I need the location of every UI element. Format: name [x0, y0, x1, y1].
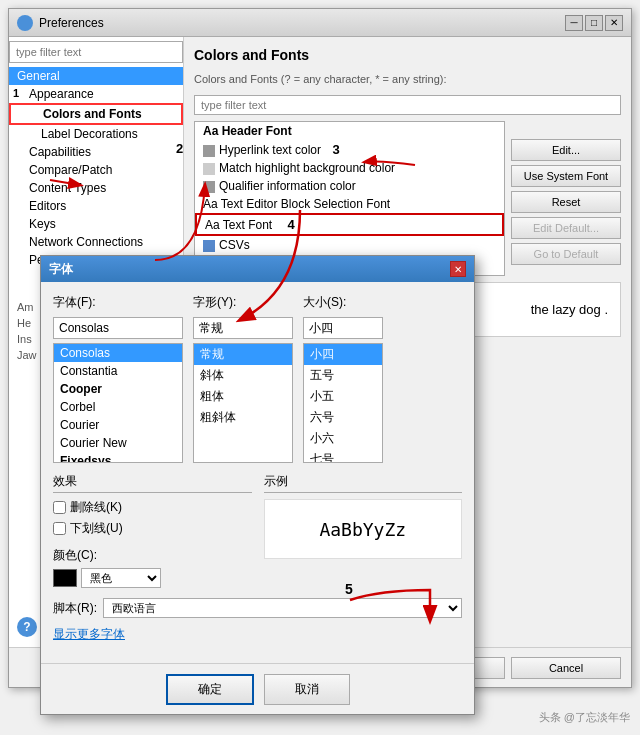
script-select[interactable]: 西欧语言	[103, 598, 462, 618]
sidebar-filter-input[interactable]	[9, 41, 183, 63]
font-name-list[interactable]: Consolas Constantia Cooper Corbel Courie…	[53, 343, 183, 463]
font-list[interactable]: Aa Header Font Hyperlink text color 3 Ma…	[194, 121, 505, 276]
watermark-text: 头条	[539, 711, 561, 723]
maximize-button[interactable]: □	[585, 15, 603, 31]
edit-button[interactable]: Edit...	[511, 139, 621, 161]
size-col-label: 大小(S):	[303, 294, 383, 311]
sidebar-item-compare-patch[interactable]: Compare/Patch	[9, 161, 183, 179]
font-item-qualifier[interactable]: Qualifier information color	[195, 177, 504, 195]
title-bar-left: Preferences	[17, 15, 104, 31]
font-name-item-constantia[interactable]: Constantia	[54, 362, 182, 380]
strikethrough-checkbox[interactable]	[53, 501, 66, 514]
dialog-cancel-button[interactable]: 取消	[264, 674, 350, 705]
font-item-match[interactable]: Match highlight background color	[195, 159, 504, 177]
script-row: 脚本(R): 西欧语言	[53, 598, 462, 618]
style-col-label: 字形(Y):	[193, 294, 293, 311]
badge-5: 5	[345, 581, 353, 597]
font-size-list[interactable]: 小四 五号 小五 六号 小六 七号 八号	[303, 343, 383, 463]
dialog-ok-button[interactable]: 确定	[166, 674, 254, 705]
color-dropdown[interactable]: 黑色	[81, 568, 161, 588]
dialog-bottom-buttons: 确定 取消	[41, 663, 474, 715]
font-item-header[interactable]: Aa Header Font	[195, 122, 504, 140]
badge-2: 2	[176, 141, 183, 156]
reset-button[interactable]: Reset	[511, 191, 621, 213]
size-item-6[interactable]: 六号	[304, 407, 382, 428]
font-name-item-courier-new[interactable]: Courier New	[54, 434, 182, 452]
font-item-csv[interactable]: CSVs	[195, 236, 504, 254]
icon-csv	[203, 240, 215, 252]
dialog-body: 字体(F): Consolas Constantia Cooper Corbel…	[41, 282, 474, 655]
sidebar-item-editors-label: Editors	[29, 199, 66, 213]
font-dialog: 字体 ✕ 字体(F): Consolas Constantia Cooper C…	[40, 255, 475, 715]
style-item-bold-italic[interactable]: 粗斜体	[194, 407, 292, 428]
underline-checkbox[interactable]	[53, 522, 66, 535]
effects-section: 效果 删除线(K) 下划线(U) 颜色(C): 黑色	[53, 473, 252, 588]
eclipse-icon	[17, 15, 33, 31]
close-button[interactable]: ✕	[605, 15, 623, 31]
help-icon[interactable]: ?	[17, 617, 37, 637]
sample-text-display: AaBbYyZz	[264, 499, 463, 559]
font-name-item-courier[interactable]: Courier	[54, 416, 182, 434]
sidebar-item-colors-fonts[interactable]: Colors and Fonts	[9, 103, 183, 125]
font-area: 2 Aa Header Font Hyperlink text color 3 …	[194, 121, 621, 276]
use-system-font-button[interactable]: Use System Font	[511, 165, 621, 187]
cancel-button[interactable]: Cancel	[511, 657, 621, 679]
script-label: 脚本(R):	[53, 600, 97, 617]
size-item-xs5[interactable]: 小五	[304, 386, 382, 407]
sidebar-item-label-decorations[interactable]: Label Decorations	[9, 125, 183, 143]
style-item-italic[interactable]: 斜体	[194, 365, 292, 386]
minimize-button[interactable]: ─	[565, 15, 583, 31]
sample-title: 示例	[264, 473, 463, 493]
sidebar-item-content-types[interactable]: Content Types	[9, 179, 183, 197]
sidebar-item-keys[interactable]: Keys	[9, 215, 183, 233]
font-size-input[interactable]	[303, 317, 383, 339]
font-name-input[interactable]	[53, 317, 183, 339]
show-more-fonts-link[interactable]: 显示更多字体	[53, 626, 462, 643]
title-bar-buttons: ─ □ ✕	[565, 15, 623, 31]
sidebar-item-appearance[interactable]: 1 Appearance	[9, 85, 183, 103]
sidebar-item-label-dec-label: Label Decorations	[41, 127, 138, 141]
go-to-default-button[interactable]: Go to Default	[511, 243, 621, 265]
font-style-input[interactable]	[193, 317, 293, 339]
underline-label: 下划线(U)	[70, 520, 123, 537]
edit-default-button[interactable]: Edit Default...	[511, 217, 621, 239]
size-item-5[interactable]: 五号	[304, 365, 382, 386]
font-style-list[interactable]: 常规 斜体 粗体 粗斜体	[193, 343, 293, 463]
badge-4: 4	[287, 217, 294, 232]
btn-column: Edit... Use System Font Reset Edit Defau…	[511, 139, 621, 276]
size-item-7[interactable]: 七号	[304, 449, 382, 463]
watermark: 头条 @了忘淡年华	[539, 710, 630, 725]
strikethrough-label: 删除线(K)	[70, 499, 122, 516]
badge-3: 3	[332, 142, 339, 157]
badge-1: 1	[13, 87, 19, 99]
dialog-lower-section: 效果 删除线(K) 下划线(U) 颜色(C): 黑色	[53, 473, 462, 588]
sidebar-item-network[interactable]: Network Connections	[9, 233, 183, 251]
font-name-item-fixedsys[interactable]: Fixedsys	[54, 452, 182, 463]
dialog-title: 字体	[49, 261, 73, 278]
font-name-item-consolas[interactable]: Consolas	[54, 344, 182, 362]
style-item-normal[interactable]: 常规	[194, 344, 292, 365]
font-col: 字体(F): Consolas Constantia Cooper Corbel…	[53, 294, 183, 463]
watermark-account: @了忘淡年华	[564, 711, 630, 723]
panel-filter-input[interactable]	[194, 95, 621, 115]
size-item-xs6[interactable]: 小六	[304, 428, 382, 449]
font-item-editor-block[interactable]: Aa Text Editor Block Selection Font	[195, 195, 504, 213]
style-item-bold[interactable]: 粗体	[194, 386, 292, 407]
sidebar-item-capabilities[interactable]: Capabilities	[9, 143, 183, 161]
preview-text: the lazy dog .	[531, 302, 608, 317]
sidebar-item-general[interactable]: General	[9, 67, 183, 85]
sidebar-item-ct-label: Content Types	[29, 181, 106, 195]
font-name-item-cooper[interactable]: Cooper	[54, 380, 182, 398]
dialog-title-bar: 字体 ✕	[41, 256, 474, 282]
sample-section: 示例 AaBbYyZz	[264, 473, 463, 588]
sidebar-item-appearance-label: Appearance	[29, 87, 94, 101]
font-item-text-font[interactable]: Aa Text Font 4	[195, 213, 504, 236]
sidebar-item-editors[interactable]: Editors	[9, 197, 183, 215]
sidebar-item-colors-fonts-label: Colors and Fonts	[43, 107, 142, 121]
style-col: 字形(Y): 常规 斜体 粗体 粗斜体	[193, 294, 293, 463]
dialog-close-button[interactable]: ✕	[450, 261, 466, 277]
size-item-s4[interactable]: 小四	[304, 344, 382, 365]
title-bar: Preferences ─ □ ✕	[9, 9, 631, 37]
font-item-hyperlink[interactable]: Hyperlink text color 3	[195, 140, 504, 159]
font-name-item-corbel[interactable]: Corbel	[54, 398, 182, 416]
